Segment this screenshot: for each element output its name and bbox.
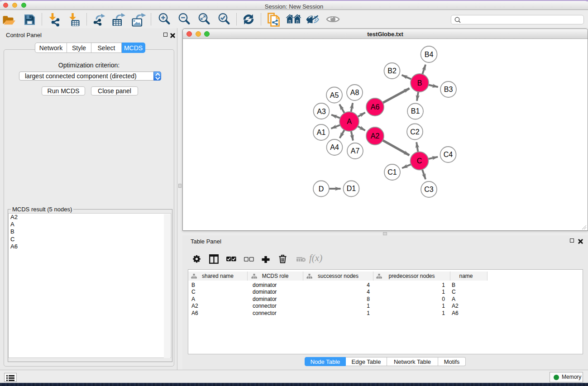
svg-text:B1: B1	[411, 107, 420, 115]
svg-text:C: C	[417, 157, 422, 165]
svg-text:B2: B2	[387, 67, 397, 75]
svg-text:B4: B4	[425, 51, 434, 58]
svg-text:A: A	[347, 118, 352, 125]
svg-text:B: B	[417, 79, 422, 87]
svg-text:C1: C1	[387, 168, 397, 176]
svg-text:A4: A4	[330, 143, 339, 151]
svg-text:A5: A5	[330, 91, 339, 99]
svg-text:D: D	[319, 185, 324, 193]
svg-text:C3: C3	[424, 186, 434, 193]
svg-text:C2: C2	[410, 128, 420, 136]
svg-text:A6: A6	[371, 103, 380, 111]
svg-text:A8: A8	[350, 89, 359, 96]
svg-text:A7: A7	[351, 147, 360, 155]
svg-text:B3: B3	[444, 86, 453, 93]
svg-text:A1: A1	[317, 129, 326, 136]
svg-text:C4: C4	[444, 151, 453, 158]
svg-text:A3: A3	[317, 108, 326, 115]
svg-text:A2: A2	[371, 132, 380, 140]
svg-text:D1: D1	[347, 185, 356, 192]
